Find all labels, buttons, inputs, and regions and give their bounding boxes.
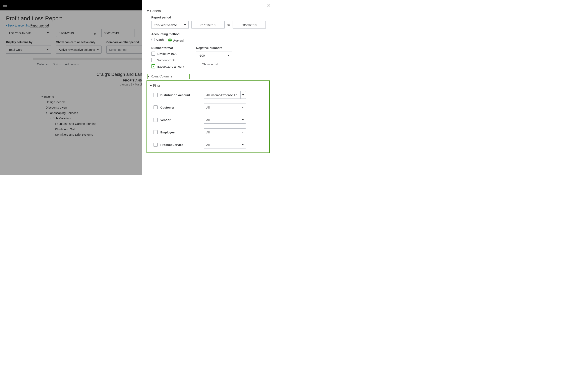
display-columns-label: Display columns by (6, 41, 32, 44)
display-columns-select[interactable]: Total Only (6, 46, 51, 53)
date-end-input[interactable]: 03/29/2019 (101, 29, 135, 37)
caret-down-icon (242, 94, 244, 95)
employee-value: All (206, 131, 210, 134)
triangle-down-icon (50, 118, 52, 119)
back-link[interactable]: ‹ Back to report list (6, 24, 30, 27)
dist-account-select[interactable]: All Income/Expense Accounts (204, 91, 246, 99)
panel-period-value: This Year-to-date (154, 23, 177, 27)
row-label: Income (44, 95, 54, 98)
row-label: Landscaping Services (49, 111, 78, 114)
compare-value: Select period (109, 48, 127, 51)
date-start-input[interactable]: 01/01/2019 (56, 29, 89, 37)
cb-vendor[interactable] (154, 118, 158, 122)
cb-customer[interactable] (154, 105, 158, 109)
sort-link[interactable]: Sort (52, 62, 61, 66)
product-value: All (206, 143, 210, 146)
cb-cents-label: Without cents (157, 58, 176, 62)
accounting-method-label: Accounting method (151, 32, 270, 36)
section-rows-columns-label: Rows/Columns (150, 75, 172, 78)
product-select[interactable]: All (204, 141, 246, 148)
radio-accrual[interactable]: Accrual (168, 39, 184, 42)
section-general-label: General (150, 9, 162, 13)
panel-date-end[interactable]: 03/29/2019 (233, 21, 266, 29)
filter-employee-label: Employee (160, 131, 175, 134)
cb-without-cents[interactable]: Without cents (151, 58, 184, 62)
filter-product-label: Product/Service (160, 143, 183, 146)
display-columns-value: Total Only (9, 48, 22, 51)
filter-customer-label: Customer (160, 106, 174, 109)
collapse-link[interactable]: Collapse (37, 62, 49, 66)
triangle-right-icon (148, 75, 149, 77)
to-label: to (227, 23, 230, 26)
caret-down-icon (228, 55, 230, 56)
panel-report-period-label: Report period (151, 16, 270, 19)
hamburger-icon[interactable] (3, 4, 7, 7)
radio-cash-label: Cash (156, 38, 164, 41)
triangle-down-icon (147, 10, 149, 12)
section-rows-columns[interactable]: Rows/Columns (148, 75, 172, 78)
section-filter[interactable]: Filter (150, 84, 266, 87)
add-notes-link[interactable]: Add notes (65, 62, 79, 66)
nonzero-label: Show non-zero or active only (56, 41, 95, 44)
negative-value: -100 (199, 54, 205, 57)
cb-show-red[interactable]: Show in red (196, 62, 232, 66)
negative-select[interactable]: -100 (196, 52, 232, 59)
triangle-down-icon (150, 85, 152, 86)
cb-zero-label: Except zero amount (157, 65, 184, 68)
filter-highlight: Filter Distribution Account All Income/E… (147, 81, 270, 153)
filter-dist-label: Distribution Account (160, 93, 190, 97)
cb-divide-label: Divide by 1000 (157, 52, 177, 55)
cb-product-service[interactable] (154, 143, 158, 147)
caret-down-icon (242, 119, 244, 120)
nonzero-select[interactable]: Active rows/active columns (56, 46, 102, 53)
caret-down-icon (47, 32, 49, 33)
sort-text: Sort (52, 62, 58, 66)
triangle-down-icon (41, 96, 43, 97)
customize-panel: ✕ General Report period This Year-to-dat… (142, 0, 274, 175)
cb-red-label: Show in red (202, 62, 218, 66)
employee-select[interactable]: All (204, 128, 246, 136)
cb-employee[interactable] (154, 130, 158, 134)
caret-down-icon (47, 49, 49, 50)
to-label: to (94, 30, 96, 35)
row-label: Job Materials (53, 117, 71, 120)
triangle-down-icon (46, 112, 47, 114)
caret-down-icon (242, 107, 244, 108)
caret-down-icon (184, 24, 186, 25)
customer-value: All (206, 106, 210, 109)
back-link-text: Back to report list (8, 24, 30, 27)
date-start-value: 01/01/2019 (59, 31, 74, 35)
panel-date-end-value: 03/29/2019 (242, 23, 257, 27)
caret-down-icon (97, 49, 99, 50)
caret-down-icon (242, 132, 244, 133)
panel-date-start[interactable]: 01/01/2019 (191, 21, 225, 29)
dist-account-value: All Income/Expense Accounts (206, 93, 241, 97)
caret-down-icon (59, 64, 61, 65)
panel-date-start-value: 01/01/2019 (200, 23, 216, 27)
chevron-left-icon: ‹ (6, 24, 7, 27)
date-end-value: 03/29/2019 (104, 31, 119, 35)
vendor-value: All (206, 118, 210, 122)
report-period-label: Report period (31, 24, 49, 28)
close-icon[interactable]: ✕ (267, 3, 271, 9)
report-period-select[interactable]: This Year-to-date (6, 29, 51, 37)
radio-cash[interactable]: Cash (151, 38, 164, 41)
filter-vendor-label: Vendor (160, 118, 171, 122)
section-general[interactable]: General (147, 9, 270, 13)
customer-select[interactable]: All (204, 104, 246, 111)
cb-except-zero[interactable]: Except zero amount (151, 64, 184, 68)
rows-columns-highlight: Rows/Columns (147, 74, 190, 79)
compare-label: Compare another period (106, 41, 139, 44)
nonzero-value: Active rows/active columns (59, 48, 95, 51)
cb-dist-account[interactable] (154, 93, 158, 97)
negative-numbers-label: Negative numbers (196, 46, 232, 50)
cb-divide-1000[interactable]: Divide by 1000 (151, 52, 184, 56)
caret-down-icon (242, 144, 244, 145)
vendor-select[interactable]: All (204, 116, 246, 124)
panel-period-select[interactable]: This Year-to-date (151, 21, 189, 29)
section-filter-label: Filter (153, 84, 160, 87)
report-period-value: This Year-to-date (9, 31, 32, 35)
number-format-label: Number format (151, 46, 184, 50)
radio-accrual-label: Accrual (173, 39, 184, 42)
